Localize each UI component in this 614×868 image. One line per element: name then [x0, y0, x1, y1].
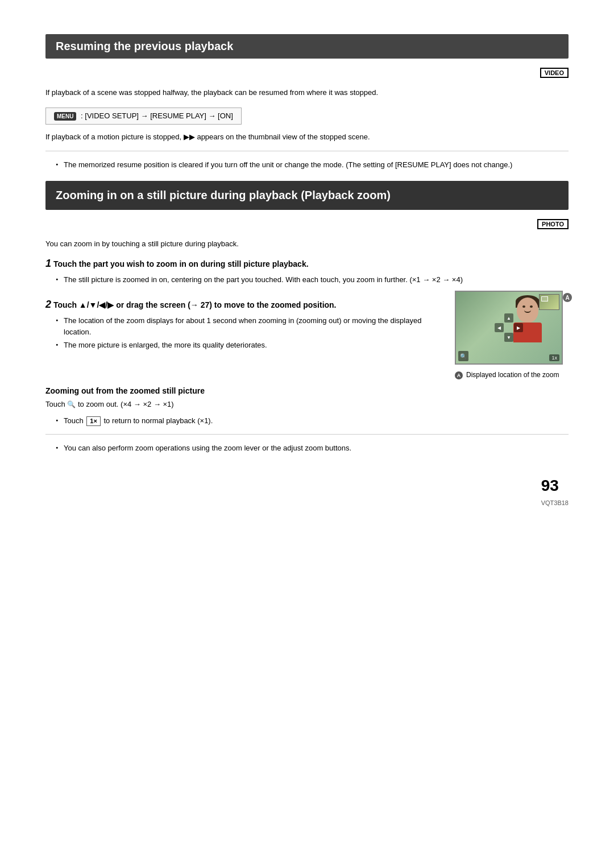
section1-bullet-1: The memorized resume position is cleared… [56, 159, 569, 171]
image-caption: A Displayed location of the zoom [455, 371, 569, 379]
page-code: VQT3B18 [541, 499, 569, 506]
step1-bullet-1: The still picture is zoomed in on, cente… [56, 274, 569, 286]
arrow-left: ◀ [495, 323, 504, 332]
step1-number: 1 [45, 258, 51, 270]
section2-intro: You can zoom in by touching a still pict… [45, 238, 569, 250]
step2-image-area: ▲ ◀ ▶ ▼ [455, 291, 569, 379]
caption-text: Displayed location of the zoom [466, 371, 559, 379]
photo-badge: PHOTO [537, 219, 569, 229]
menu-path-box: MENU : [VIDEO SETUP] → [RESUME PLAY] → [… [45, 108, 242, 125]
zoom-out-text: Touch 🔍 to zoom out. (×4 → ×2 → ×1) [45, 399, 569, 410]
step2-bullets: The location of the zoom displays for ab… [56, 315, 443, 351]
one-x-button: 1× [86, 416, 101, 426]
minimap [539, 294, 559, 310]
step2-title-row: 2 Touch ▲/▼/◀/▶ or drag the screen (→ 27… [45, 299, 443, 311]
arrow-up: ▲ [504, 313, 513, 323]
step1-title-row: 1 Touch the part you wish to zoom in on … [45, 258, 569, 270]
minimap-highlight [541, 296, 548, 301]
zoom-controls: 🔍 [458, 351, 468, 361]
step2-number: 2 [45, 299, 51, 311]
step2-bullet-2: The more picture is enlarged, the more i… [56, 340, 443, 351]
arrow-controls: ▲ ◀ ▶ ▼ [495, 313, 523, 342]
caption-letter: A [455, 371, 463, 379]
step2-bullet-1: The location of the zoom displays for ab… [56, 315, 443, 337]
minimap-inner [540, 295, 559, 309]
section1: Resuming the previous playback VIDEO If … [45, 34, 569, 171]
video-badge: VIDEO [540, 68, 569, 78]
section1-title: Resuming the previous playback [56, 40, 233, 52]
section2-header: Zooming in on a still picture during pla… [45, 181, 569, 210]
zoom-search-icon: 🔍 [67, 400, 76, 408]
section1-intro: If playback of a scene was stopped halfw… [45, 87, 569, 98]
camera-preview: ▲ ◀ ▶ ▼ [455, 291, 563, 365]
divider2 [45, 434, 569, 435]
step1-bullets: The still picture is zoomed in on, cente… [56, 274, 569, 286]
zoom-out-heading: Zooming out from the zoomed still pictur… [45, 386, 569, 395]
section2-title: Zooming in on a still picture during pla… [56, 189, 391, 201]
section1-detail: If playback of a motion picture is stopp… [45, 131, 569, 143]
zoom-out-bullets: Touch 1× to return to normal playback (×… [56, 415, 569, 427]
divider1 [45, 151, 569, 151]
step1-title-text: Touch the part you wish to zoom in on du… [53, 259, 309, 268]
section2: Zooming in on a still picture during pla… [45, 181, 569, 454]
section1-header: Resuming the previous playback [45, 34, 569, 59]
camera-preview-inner: ▲ ◀ ▶ ▼ [456, 292, 562, 363]
menu-icon: MENU [54, 112, 76, 121]
page-number: 93 [541, 477, 569, 495]
step2-row: 2 Touch ▲/▼/◀/▶ or drag the screen (→ 27… [45, 291, 569, 379]
zoom-indicator: 1x [549, 354, 559, 361]
arrow-right: ▶ [514, 323, 523, 332]
step2-text: 2 Touch ▲/▼/◀/▶ or drag the screen (→ 27… [45, 291, 443, 356]
section2-footer-bullets: You can also perform zoom operations usi… [56, 443, 569, 454]
section2-footer-bullet: You can also perform zoom operations usi… [56, 443, 569, 454]
menu-path: : [VIDEO SETUP] → [RESUME PLAY] → [ON] [81, 111, 233, 120]
label-a-badge: A [563, 293, 572, 302]
section1-bullets: The memorized resume position is cleared… [56, 159, 569, 171]
arrow-down: ▼ [504, 333, 513, 342]
zoom-out-btn: 🔍 [458, 351, 468, 361]
page-footer: 93 VQT3B18 [45, 477, 569, 506]
step2-title-text: Touch ▲/▼/◀/▶ or drag the screen (→ 27) … [53, 300, 337, 309]
zoom-out-bullet: Touch 1× to return to normal playback (×… [56, 415, 569, 427]
